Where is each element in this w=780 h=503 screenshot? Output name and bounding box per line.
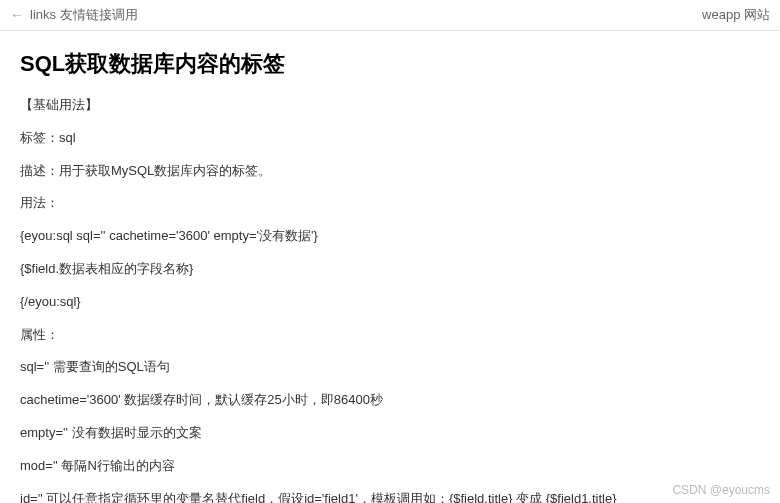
content-area: SQL获取数据库内容的标签 【基础用法】 标签：sql 描述：用于获取MySQL… (0, 31, 780, 503)
attr-mod: mod='' 每隔N行输出的内容 (20, 456, 760, 477)
attr-id: id='' 可以任意指定循环里的变量名替代field，假设id='field1'… (20, 489, 760, 503)
attr-empty: empty='' 没有数据时显示的文案 (20, 423, 760, 444)
basic-header: 【基础用法】 (20, 95, 760, 116)
tag-label: 标签：sql (20, 128, 760, 149)
page-title: SQL获取数据库内容的标签 (20, 49, 760, 79)
usage-line1: {eyou:sql sql='' cachetime='3600' empty=… (20, 226, 760, 247)
attr-sql: sql='' 需要查询的SQL语句 (20, 357, 760, 378)
nav-prev-label: links 友情链接调用 (30, 6, 138, 24)
nav-next-label: weapp 网站 (702, 7, 770, 22)
nav-next[interactable]: weapp 网站 (702, 6, 770, 24)
arrow-left-icon: ← (10, 7, 24, 23)
attr-label: 属性： (20, 325, 760, 346)
watermark: CSDN @eyoucms (672, 483, 770, 497)
usage-label: 用法： (20, 193, 760, 214)
usage-line2: {$field.数据表相应的字段名称} (20, 259, 760, 280)
usage-line3: {/eyou:sql} (20, 292, 760, 313)
top-nav: ← links 友情链接调用 weapp 网站 (0, 0, 780, 31)
desc: 描述：用于获取MySQL数据库内容的标签。 (20, 161, 760, 182)
attr-cachetime: cachetime='3600' 数据缓存时间，默认缓存25小时，即86400秒 (20, 390, 760, 411)
nav-prev[interactable]: ← links 友情链接调用 (10, 6, 138, 24)
